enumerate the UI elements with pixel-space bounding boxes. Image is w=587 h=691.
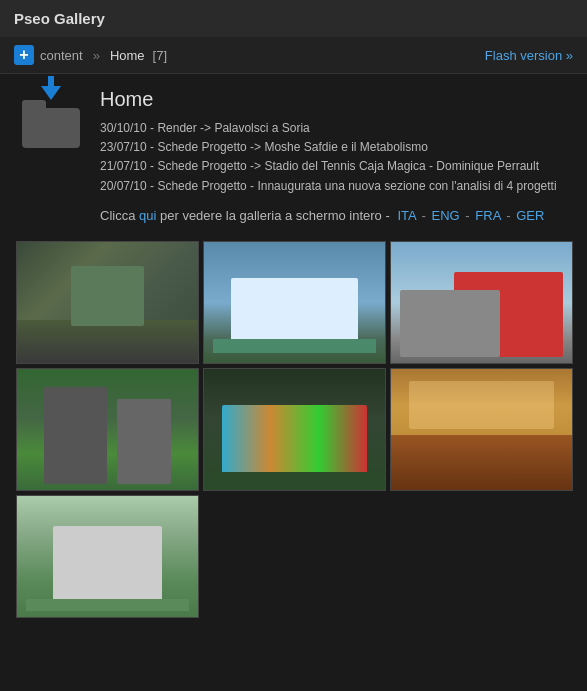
home-nav-label: Home <box>110 48 145 63</box>
update-line: 30/10/10 - Render -> Palavolsci a Soria <box>100 119 571 138</box>
gallery-thumb-6[interactable] <box>390 368 573 491</box>
flash-version-link[interactable]: Flash version » <box>485 48 573 63</box>
updates-list: 30/10/10 - Render -> Palavolsci a Soria2… <box>100 119 571 196</box>
nav-bar: + content » Home [7] Flash version » <box>0 37 587 74</box>
home-count: [7] <box>153 48 167 63</box>
gallery-thumb-2[interactable] <box>203 241 386 364</box>
folder-icon <box>16 88 86 158</box>
page-heading: Home <box>100 88 571 111</box>
language-links: ITA - ENG - FRA - GER <box>393 208 544 223</box>
folder-tab <box>22 100 46 108</box>
lang-eng[interactable]: ENG <box>432 208 460 223</box>
folder-body <box>22 108 80 148</box>
app-header: Pseo Gallery <box>0 0 587 37</box>
click-suffix: per vedere la galleria a schermo intero … <box>156 208 389 223</box>
main-content: Home 30/10/10 - Render -> Palavolsci a S… <box>0 74 587 632</box>
add-button[interactable]: + <box>14 45 34 65</box>
info-section: Home 30/10/10 - Render -> Palavolsci a S… <box>16 88 571 223</box>
lang-fra[interactable]: FRA <box>475 208 500 223</box>
lang-ger[interactable]: GER <box>516 208 544 223</box>
update-line: 23/07/10 - Schede Progetto -> Moshe Safd… <box>100 138 571 157</box>
update-line: 20/07/10 - Schede Progetto - Innaugurata… <box>100 177 571 196</box>
gallery-grid <box>16 241 571 618</box>
click-prefix: Clicca <box>100 208 139 223</box>
lang-ita[interactable]: ITA <box>397 208 416 223</box>
qui-link[interactable]: qui <box>139 208 156 223</box>
click-text: Clicca qui per vedere la galleria a sche… <box>100 208 571 223</box>
gallery-thumb-7[interactable] <box>16 495 199 618</box>
gallery-thumb-1[interactable] <box>16 241 199 364</box>
update-line: 21/07/10 - Schede Progetto -> Stadio del… <box>100 157 571 176</box>
app-title: Pseo Gallery <box>14 10 105 27</box>
gallery-thumb-3[interactable] <box>390 241 573 364</box>
gallery-row-3 <box>16 495 571 618</box>
gallery-thumb-5[interactable] <box>203 368 386 491</box>
gallery-row-2 <box>16 368 571 491</box>
content-link[interactable]: content <box>40 48 83 63</box>
arrow-head <box>41 86 61 100</box>
gallery-thumb-4[interactable] <box>16 368 199 491</box>
nav-separator: » <box>93 48 100 63</box>
nav-left: + content » Home [7] <box>14 45 167 65</box>
info-text: Home 30/10/10 - Render -> Palavolsci a S… <box>100 88 571 223</box>
gallery-row-1 <box>16 241 571 364</box>
